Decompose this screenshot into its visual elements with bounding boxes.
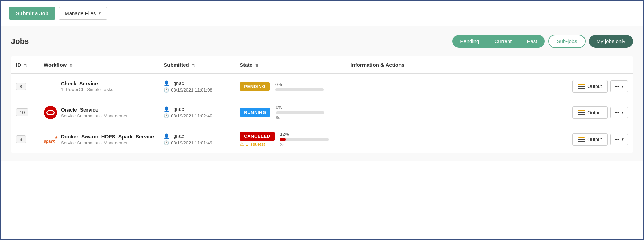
table-header-row: ID ⇅ Workflow ⇅ Submitted ⇅ State ⇅: [11, 56, 633, 74]
user-icon: 👤: [164, 106, 169, 112]
state-badge-container: RUNNING: [240, 108, 270, 117]
filter-pending[interactable]: Pending: [452, 35, 487, 48]
progress-area: 0%: [275, 82, 324, 91]
state-row: CANCELED ⚠ 1 issue(s) 12% 2s: [240, 132, 341, 147]
job-id-badge: 9: [16, 135, 26, 143]
datetime: 08/19/2021 11:01:49: [171, 140, 212, 145]
progress-bar: [276, 111, 324, 114]
ellipsis-icon: •••: [614, 110, 619, 115]
submitted-user: 👤 lignac: [164, 133, 230, 139]
state-badge-container: PENDING: [240, 82, 270, 91]
ellipsis-icon: •••: [614, 137, 619, 142]
chevron-down-icon: ▼: [621, 111, 624, 114]
col-header-state[interactable]: State ⇅: [235, 56, 346, 74]
jobs-header: Jobs Pending Current Past Sub-jobs My jo…: [11, 35, 633, 48]
output-label: Output: [587, 84, 602, 89]
state-row: PENDING 0%: [240, 82, 341, 91]
table-row: 10 Oracle_Service Service Automation - M…: [11, 99, 633, 126]
actions-cell: Output ••• ▼: [350, 106, 628, 119]
state-badge: CANCELED: [240, 132, 274, 141]
progress-pct: 12%: [280, 132, 329, 137]
datetime: 08/19/2021 11:02:40: [171, 113, 212, 118]
state-badge: RUNNING: [240, 108, 270, 117]
progress-pct: 0%: [276, 105, 324, 110]
workflow-name: Check_Service_: [61, 80, 113, 86]
submitted-user: 👤 lignac: [164, 106, 230, 112]
clock-icon: 🕐: [164, 87, 169, 93]
clock-icon: 🕐: [164, 140, 169, 145]
issue-text: 1 issue(s): [246, 142, 265, 147]
output-icon: [578, 83, 585, 89]
job-id-badge: 8: [16, 83, 26, 90]
datetime: 08/19/2021 11:01:08: [171, 87, 212, 93]
jobs-table: ID ⇅ Workflow ⇅ Submitted ⇅ State ⇅: [11, 56, 633, 153]
progress-time: 2s: [280, 142, 329, 147]
workflow-subtitle: Service Automation - Management: [61, 113, 130, 118]
filter-current[interactable]: Current: [487, 35, 519, 48]
col-header-actions: Information & Actions: [346, 56, 633, 74]
subjobs-button[interactable]: Sub-jobs: [548, 35, 585, 48]
workflow-subtitle: 1. PowerCLI Simple Tasks: [61, 87, 113, 92]
submitted-time: 🕐 08/19/2021 11:02:40: [164, 113, 230, 118]
more-actions-button[interactable]: ••• ▼: [610, 134, 628, 145]
oracle-icon: [44, 106, 57, 119]
sort-icon-state: ⇅: [255, 63, 258, 68]
state-badge-container: CANCELED ⚠ 1 issue(s): [240, 132, 274, 147]
chevron-down-icon: ▼: [621, 137, 624, 141]
job-id-badge: 10: [16, 108, 28, 116]
submitted-time: 🕐 08/19/2021 11:01:49: [164, 140, 230, 145]
table-row: 8 Check_Service_ 1. PowerCLI Simple Task…: [11, 74, 633, 99]
output-label: Output: [587, 110, 602, 115]
submitted-time: 🕐 08/19/2021 11:01:08: [164, 87, 230, 93]
sort-icon-id: ⇅: [24, 63, 27, 68]
issue-warning: ⚠ 1 issue(s): [240, 141, 274, 147]
username: lignac: [171, 80, 184, 86]
progress-area: 12% 2s: [280, 132, 329, 147]
output-icon: [578, 136, 585, 143]
user-icon: 👤: [164, 80, 169, 86]
output-label: Output: [587, 137, 602, 142]
jobs-title: Jobs: [11, 37, 29, 46]
jobs-filters: Pending Current Past Sub-jobs My jobs on…: [452, 35, 633, 48]
user-icon: 👤: [164, 133, 169, 139]
workflow-subtitle: Service Automation - Management: [61, 140, 154, 145]
state-badge: PENDING: [240, 82, 270, 91]
spark-icon: spark*: [44, 133, 57, 146]
progress-bar: [280, 138, 329, 141]
main-content: Jobs Pending Current Past Sub-jobs My jo…: [1, 26, 643, 161]
ellipsis-icon: •••: [614, 84, 619, 89]
more-actions-button[interactable]: ••• ▼: [610, 80, 628, 92]
filter-past[interactable]: Past: [519, 35, 545, 48]
toolbar: Submit a Job Manage Files: [1, 1, 643, 26]
submit-job-button[interactable]: Submit a Job: [9, 7, 55, 20]
output-button[interactable]: Output: [572, 80, 608, 93]
chevron-down-icon: ▼: [621, 85, 624, 88]
sort-icon-workflow: ⇅: [70, 63, 73, 68]
status-filter-group: Pending Current Past: [452, 35, 545, 48]
sort-icon-submitted: ⇅: [192, 63, 195, 68]
progress-time: 8s: [276, 115, 324, 120]
output-button[interactable]: Output: [572, 133, 608, 146]
state-row: RUNNING 0% 8s: [240, 105, 341, 120]
col-header-workflow[interactable]: Workflow ⇅: [39, 56, 159, 74]
output-icon: [578, 109, 585, 116]
myjobs-button[interactable]: My jobs only: [589, 35, 633, 48]
clock-icon: 🕐: [164, 113, 169, 118]
more-actions-button[interactable]: ••• ▼: [610, 107, 628, 118]
actions-cell: Output ••• ▼: [350, 133, 628, 146]
progress-area: 0% 8s: [276, 105, 324, 120]
progress-fill: [280, 138, 286, 141]
workflow-name: Oracle_Service: [61, 107, 130, 113]
col-header-submitted[interactable]: Submitted ⇅: [159, 56, 235, 74]
manage-files-button[interactable]: Manage Files: [59, 7, 107, 20]
output-button[interactable]: Output: [572, 106, 608, 119]
submitted-user: 👤 lignac: [164, 80, 230, 86]
workflow-name: Docker_Swarm_HDFS_Spark_Service: [61, 134, 154, 140]
actions-cell: Output ••• ▼: [350, 80, 628, 93]
col-header-id[interactable]: ID ⇅: [11, 56, 39, 74]
warning-icon: ⚠: [240, 141, 244, 147]
progress-pct: 0%: [275, 82, 324, 87]
username: lignac: [171, 133, 184, 139]
progress-bar: [275, 88, 324, 91]
no-icon: [44, 79, 57, 93]
